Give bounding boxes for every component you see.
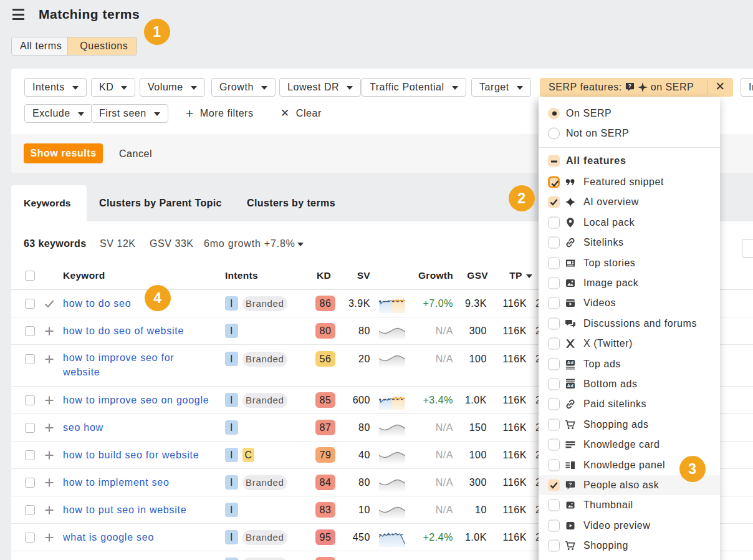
svg-text:?: ? <box>628 83 631 89</box>
svg-text:Ad: Ad <box>567 384 573 388</box>
svg-text:?: ? <box>568 481 572 488</box>
svg-text:Ad: Ad <box>567 360 573 365</box>
